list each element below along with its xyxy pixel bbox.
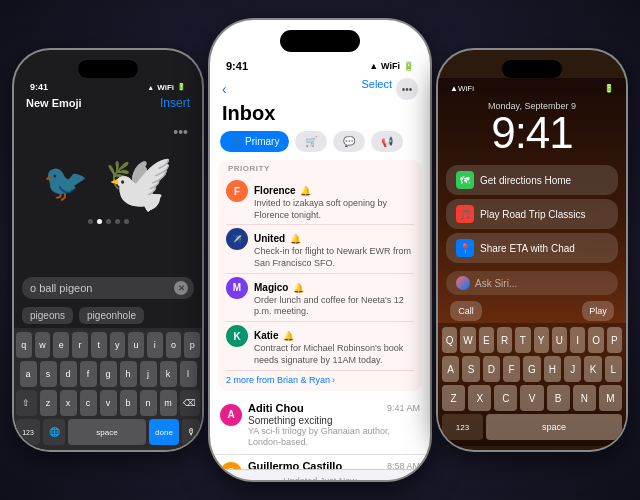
lk-key-u[interactable]: U	[552, 327, 567, 353]
siri-directions-item[interactable]: 🗺 Get directions Home	[446, 165, 618, 195]
lk-key-v[interactable]: V	[520, 385, 543, 411]
tab-shopping[interactable]: 🛒	[295, 131, 327, 152]
lk-key-q[interactable]: Q	[442, 327, 457, 353]
key-m[interactable]: m	[160, 390, 177, 416]
key-n[interactable]: n	[140, 390, 157, 416]
suggestion-pigeons[interactable]: pigeons	[22, 307, 73, 324]
mail-item-guillermo[interactable]: G Guillermo Castillo 8:58 AM Check-in Ne…	[210, 455, 430, 469]
call-control[interactable]: Call	[450, 301, 482, 321]
lk-key-123[interactable]: 123	[442, 414, 483, 440]
priority-emoji-united: 🔔	[290, 234, 301, 244]
key-done[interactable]: done	[149, 419, 179, 445]
tab-social[interactable]: 💬	[333, 131, 365, 152]
lk-key-h[interactable]: H	[544, 356, 561, 382]
compose-icon[interactable]: ✏️	[222, 478, 239, 480]
lk-key-k[interactable]: K	[584, 356, 601, 382]
priority-text-florence: Florence 🔔 Invited to izakaya soft openi…	[254, 180, 414, 221]
status-bar-left: 9:41 ▲ WiFi 🔋	[14, 78, 202, 94]
lk-key-m[interactable]: M	[599, 385, 622, 411]
mail-subject-aditi: Something exciting	[248, 415, 420, 426]
key-t[interactable]: t	[91, 332, 107, 358]
maps-icon: 🗺	[456, 171, 474, 189]
key-a[interactable]: a	[20, 361, 37, 387]
key-g[interactable]: g	[100, 361, 117, 387]
lk-key-n[interactable]: N	[573, 385, 596, 411]
key-o[interactable]: o	[166, 332, 182, 358]
more-dots[interactable]: •••	[173, 124, 188, 140]
key-emoji[interactable]: 🌐	[43, 419, 65, 445]
key-q[interactable]: q	[16, 332, 32, 358]
key-d[interactable]: d	[60, 361, 77, 387]
dot-5	[124, 219, 129, 224]
tab-primary-label: Primary	[245, 136, 279, 147]
key-b[interactable]: b	[120, 390, 137, 416]
more-count[interactable]: 2 more from Brian & Ryan ›	[226, 371, 414, 387]
select-button[interactable]: Select	[361, 78, 392, 100]
key-k[interactable]: k	[160, 361, 177, 387]
lk-key-t[interactable]: T	[515, 327, 530, 353]
key-mic[interactable]: 🎙	[182, 419, 200, 445]
lk-key-y[interactable]: Y	[534, 327, 549, 353]
lk-key-c[interactable]: C	[494, 385, 517, 411]
tab-promos[interactable]: 📢	[371, 131, 403, 152]
lk-key-f[interactable]: F	[503, 356, 520, 382]
lk-key-g[interactable]: G	[523, 356, 540, 382]
suggestion-pigeonhole[interactable]: pigeonhole	[79, 307, 144, 324]
key-v[interactable]: v	[100, 390, 117, 416]
priority-item-magico[interactable]: M Magico 🔔 Order lunch and coffee for Ne…	[226, 274, 414, 322]
lk-key-d[interactable]: D	[483, 356, 500, 382]
play-control[interactable]: Play	[582, 301, 614, 321]
dot-1	[88, 219, 93, 224]
lk-key-z[interactable]: Z	[442, 385, 465, 411]
lk-key-e[interactable]: E	[479, 327, 494, 353]
ask-siri-bar[interactable]: Ask Siri...	[446, 271, 618, 295]
siri-music-item[interactable]: 🎵 Play Road Trip Classics	[446, 199, 618, 229]
lk-key-s[interactable]: S	[462, 356, 479, 382]
key-y[interactable]: y	[110, 332, 126, 358]
priority-item-florence[interactable]: F Florence 🔔 Invited to izakaya soft ope…	[226, 177, 414, 225]
key-p[interactable]: p	[184, 332, 200, 358]
key-l[interactable]: l	[180, 361, 197, 387]
lk-key-i[interactable]: I	[570, 327, 585, 353]
lk-key-r[interactable]: R	[497, 327, 512, 353]
key-e[interactable]: e	[53, 332, 69, 358]
key-h[interactable]: h	[120, 361, 137, 387]
lk-key-b[interactable]: B	[547, 385, 570, 411]
priority-item-united[interactable]: ✈️ United 🔔 Check-in for flight to Newar…	[226, 225, 414, 273]
key-f[interactable]: f	[80, 361, 97, 387]
key-c[interactable]: c	[80, 390, 97, 416]
key-z[interactable]: z	[40, 390, 57, 416]
siri-eta-item[interactable]: 📍 Share ETA with Chad	[446, 233, 618, 263]
insert-button[interactable]: Insert	[160, 96, 190, 110]
lk-key-p[interactable]: P	[607, 327, 622, 353]
key-shift[interactable]: ⇧	[16, 390, 37, 416]
lk-row-1: Q W E R T Y U I O P	[442, 327, 622, 353]
key-r[interactable]: r	[72, 332, 88, 358]
search-bar[interactable]: o ball pigeon ✕	[22, 277, 194, 299]
key-space[interactable]: space	[68, 419, 146, 445]
lk-key-j[interactable]: J	[564, 356, 581, 382]
lk-key-a[interactable]: A	[442, 356, 459, 382]
key-j[interactable]: j	[140, 361, 157, 387]
more-button[interactable]: •••	[396, 78, 418, 100]
lk-key-space[interactable]: space	[486, 414, 622, 440]
key-backspace[interactable]: ⌫	[180, 390, 201, 416]
priority-section: PRIORITY F Florence 🔔 Invited to izakaya…	[218, 160, 422, 391]
key-s[interactable]: s	[40, 361, 57, 387]
tab-primary[interactable]: 👤 Primary	[220, 131, 289, 152]
mail-back-button[interactable]	[222, 81, 227, 97]
key-123[interactable]: 123	[16, 419, 40, 445]
lk-key-l[interactable]: L	[605, 356, 622, 382]
priority-sender-katie: Katie	[254, 330, 278, 341]
key-x[interactable]: x	[60, 390, 77, 416]
lk-key-o[interactable]: O	[588, 327, 603, 353]
key-w[interactable]: w	[35, 332, 51, 358]
search-clear-button[interactable]: ✕	[174, 281, 188, 295]
key-i[interactable]: i	[147, 332, 163, 358]
lk-key-w[interactable]: W	[460, 327, 475, 353]
mail-item-aditi[interactable]: A Aditi Chou 9:41 AM Something exciting …	[210, 397, 430, 455]
key-u[interactable]: u	[128, 332, 144, 358]
new-mail-icon[interactable]: ✉️	[401, 478, 418, 480]
lk-key-x[interactable]: X	[468, 385, 491, 411]
priority-item-katie[interactable]: K Katie 🔔 Contract for Michael Robinson'…	[226, 322, 414, 370]
